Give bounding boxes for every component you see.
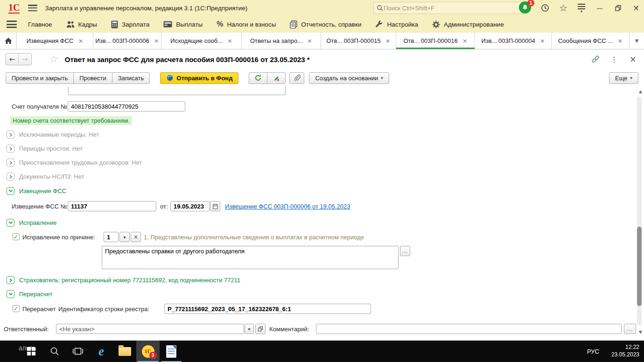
notice-link[interactable]: Извещение ФСС 003П-000006 от 19.05.2023 — [225, 203, 350, 210]
collapse-icon[interactable] — [7, 290, 14, 298]
clipped-field[interactable] — [68, 87, 286, 95]
close-document-icon[interactable]: × — [628, 55, 637, 64]
menu-item-kadry[interactable]: Кадры — [66, 21, 97, 28]
menu-item-vyplaty[interactable]: Выплаты — [163, 21, 203, 28]
expand-icon[interactable] — [7, 173, 14, 181]
file-explorer-button[interactable] — [113, 341, 136, 362]
tab-close-icon[interactable]: × — [154, 37, 159, 44]
taskbar-clock[interactable]: 12:22 23.05.2023 — [602, 343, 639, 358]
tab-iskhodyashchie[interactable]: Исходящие сооб...× — [161, 33, 242, 49]
responsible-input[interactable] — [56, 324, 244, 334]
responsible-open-button[interactable] — [255, 324, 266, 334]
tab-izv-003p-000004[interactable]: Изв... 003П-000004× — [475, 33, 552, 49]
attachments-button[interactable] — [289, 72, 304, 84]
section-periody-prostoya[interactable]: Периоды простоя: Нет — [7, 145, 83, 153]
task-view-button[interactable] — [66, 341, 90, 362]
tab-close-icon[interactable]: × — [307, 37, 312, 44]
expand-icon[interactable] — [7, 131, 14, 139]
section-izveshchenie-fss[interactable]: Извещение ФСС — [7, 187, 66, 195]
scroll-down-icon[interactable]: ▼ — [639, 330, 642, 334]
tab-otvety-na-zapros[interactable]: Ответы на запро...× — [242, 33, 321, 49]
notice-date-input[interactable] — [170, 201, 210, 211]
expand-icon[interactable] — [7, 145, 14, 153]
tab-close-icon[interactable]: × — [227, 37, 232, 44]
responsible-dropdown-icon[interactable]: ▾ — [245, 324, 254, 334]
collapse-icon[interactable] — [7, 219, 14, 227]
section-iskljuchaemye-periody[interactable]: Исключаемые периоды: Нет — [7, 131, 99, 139]
favorite-star-icon[interactable]: ☆ — [49, 54, 58, 65]
recalc-checkbox[interactable]: ✓ — [13, 305, 20, 312]
1c-app-button[interactable]: 1С3 — [136, 341, 160, 362]
calendar-button[interactable] — [210, 201, 220, 211]
menu-item-administrirovanie[interactable]: Администрирование — [432, 21, 504, 28]
section-priostanovleniya[interactable]: Приостановления трудовых договоров: Нет — [7, 159, 142, 167]
cancel-edit-button[interactable]: × — [267, 72, 286, 84]
post-and-close-button[interactable]: Провести и закрыть — [6, 72, 74, 84]
menu-item-otchetnost[interactable]: Отчетность, справки — [290, 21, 361, 28]
save-button[interactable]: Записать — [112, 72, 150, 84]
hamburger-menu-icon[interactable] — [28, 5, 37, 11]
correction-checkbox[interactable]: ✓ — [13, 233, 20, 240]
search-input[interactable] — [384, 5, 522, 12]
home-tab[interactable] — [0, 33, 17, 49]
post-button[interactable]: Провести — [73, 72, 112, 84]
tab-otv-003p-000016-active[interactable]: Отв... 003П-000016× — [396, 33, 475, 49]
correction-note-textarea[interactable]: Предоставлены справки от другого работод… — [102, 246, 399, 269]
tab-close-icon[interactable]: × — [540, 37, 545, 44]
menu-item-glavnoe[interactable]: Главное — [28, 21, 52, 28]
notice-number-input[interactable] — [68, 201, 156, 211]
note-choose-button[interactable]: ... — [400, 246, 410, 256]
service-menu-icon[interactable]: ▾ — [576, 3, 587, 13]
send-to-fund-button[interactable]: Отправить в Фонд — [160, 72, 238, 84]
refresh-button[interactable] — [249, 72, 267, 84]
scrollbar-thumb[interactable] — [637, 227, 642, 306]
menu-item-zarplata[interactable]: Зарплата — [111, 21, 149, 28]
comment-input[interactable] — [316, 324, 622, 334]
global-search[interactable] — [373, 2, 525, 14]
reason-clear-icon[interactable]: × — [131, 232, 141, 242]
restore-icon[interactable] — [613, 3, 623, 13]
tab-izv-003p-000006[interactable]: Изв... 003П-000006× — [93, 33, 161, 49]
back-icon[interactable]: ← — [6, 54, 19, 65]
tabs-overflow-icon[interactable]: ▼ — [630, 33, 644, 49]
section-dokumenty-ns-pz[interactable]: Документы НС/ПЗ: Нет — [7, 173, 84, 181]
create-based-on-button[interactable]: Создать на основании▾ — [309, 72, 389, 84]
sections-panel-icon[interactable] — [7, 21, 17, 28]
tab-close-icon[interactable]: × — [462, 37, 468, 44]
favorites-star-icon[interactable]: ☆ — [558, 3, 568, 13]
register-id-input[interactable] — [164, 304, 371, 314]
comment-choose-button[interactable]: ... — [624, 324, 636, 334]
section-ispravlenie[interactable]: Исправление — [7, 219, 56, 227]
close-window-icon[interactable]: × — [631, 3, 641, 13]
tab-otv-003p-000015[interactable]: Отв... 003П-000015× — [321, 33, 396, 49]
menu-item-nastrojka[interactable]: Настройка — [375, 21, 418, 28]
menu-item-nalogi[interactable]: % Налоги и взносы — [217, 20, 276, 28]
tab-close-icon[interactable]: × — [385, 37, 391, 44]
get-link-icon[interactable] — [591, 55, 600, 64]
forward-icon[interactable]: → — [19, 54, 31, 65]
internet-explorer-button[interactable]: e — [90, 341, 113, 362]
section-strahovatel[interactable]: Страхователь: регистрационный номер 7721… — [7, 276, 240, 284]
reason-dropdown-icon[interactable]: ▾ — [119, 232, 130, 242]
tab-close-icon[interactable]: × — [617, 37, 623, 44]
scroll-up-icon[interactable]: ▲ — [639, 89, 642, 94]
document-app-button[interactable] — [160, 341, 183, 362]
section-pereraschet[interactable]: Перерасчет — [7, 290, 52, 298]
correction-reason-code-input[interactable] — [104, 232, 119, 242]
notifications-bell-icon[interactable]: 1 — [519, 1, 532, 14]
history-icon[interactable] — [540, 3, 550, 13]
account-input[interactable] — [68, 101, 185, 111]
correction-reason-text: 1. Представлены дополнительные сведения … — [144, 234, 364, 241]
more-actions-icon[interactable]: ⋮ — [609, 55, 619, 64]
more-button[interactable]: Еще▾ — [609, 72, 638, 84]
expand-icon[interactable] — [7, 159, 14, 167]
expand-icon[interactable] — [7, 276, 14, 284]
start-button[interactable] — [20, 341, 43, 362]
language-indicator[interactable]: РУС — [587, 341, 599, 362]
collapse-icon[interactable] — [7, 187, 14, 195]
tab-izveshcheniya-fss[interactable]: Извещения ФСС× — [17, 33, 93, 49]
tab-soobshcheniya-fss[interactable]: Сообщения ФСС ...× — [552, 33, 630, 49]
minimize-icon[interactable]: — — [595, 3, 605, 13]
taskbar-search-button[interactable] — [43, 341, 66, 362]
tab-close-icon[interactable]: × — [78, 37, 83, 44]
